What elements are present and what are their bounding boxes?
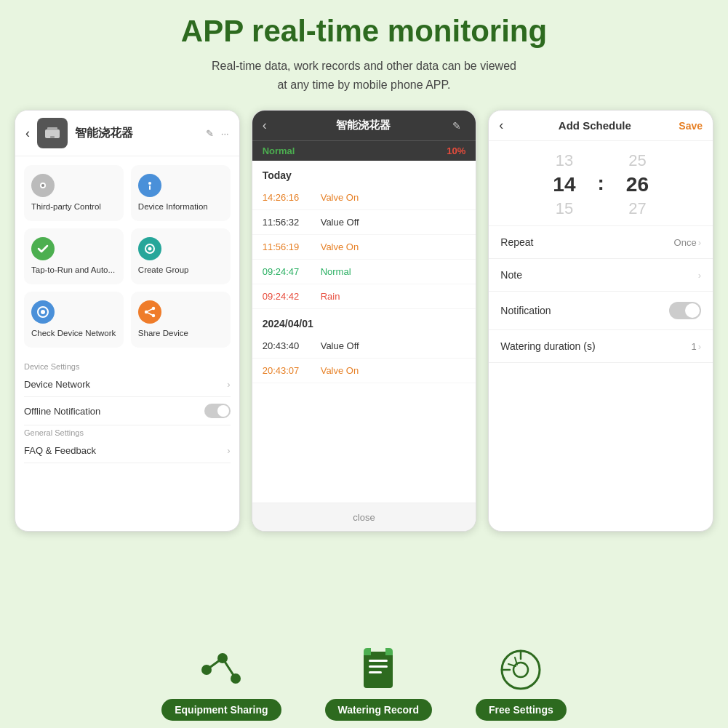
menu-item-third-party[interactable]: Third-party Control (24, 165, 124, 221)
record-label: Watering Record (325, 699, 433, 721)
hour-main: 14 (553, 173, 575, 196)
notification-toggle[interactable] (669, 302, 701, 319)
svg-rect-2 (50, 136, 55, 138)
feature-sharing: Equipment Sharing (161, 648, 281, 721)
settings-label: Free Settings (476, 699, 567, 721)
hour-below: 15 (556, 199, 573, 218)
offline-notification-row[interactable]: Offline Notification (24, 397, 231, 425)
status-percent: 10% (447, 145, 465, 156)
phone3-back-icon[interactable]: ‹ (499, 118, 503, 133)
notif-knob (685, 303, 700, 318)
notification-label: Notification (500, 305, 551, 316)
record-row: 20:43:07 Valve On (252, 359, 476, 383)
phone3-screen: ‹ Add Schedule Save 13 14 15 : 25 26 27 (488, 110, 713, 532)
phone1-screen: ‹ 智能浇花器 ✎ ··· (15, 110, 240, 532)
time-colon: : (598, 172, 604, 195)
create-group-icon (138, 237, 161, 260)
record-event-6: Value Off (321, 340, 359, 351)
repeat-row[interactable]: Repeat Once › (489, 226, 713, 259)
phone2-header: ‹ 智能浇花器 ✎ (252, 111, 476, 141)
device-network-row[interactable]: Device Network › (24, 372, 231, 397)
close-button[interactable]: close (353, 512, 375, 523)
record-event-4: Normal (321, 266, 351, 277)
record-time-1: 14:26:16 (263, 192, 321, 203)
record-event-1: Valve On (321, 192, 359, 203)
hour-above: 13 (556, 151, 573, 170)
more-icon[interactable]: ··· (221, 128, 229, 139)
note-row[interactable]: Note › (489, 259, 713, 292)
feature-settings: Free Settings (476, 648, 567, 721)
section-general-settings: General Settings (24, 428, 84, 437)
menu-item-tap-run[interactable]: Tap-to-Run and Auto... (24, 228, 124, 284)
hour-column: 13 14 15 (553, 151, 575, 218)
phone2-edit-icon[interactable]: ✎ (452, 120, 461, 132)
note-label: Note (500, 269, 522, 281)
svg-rect-24 (369, 671, 382, 673)
menu-item-device-info[interactable]: Device Information (131, 165, 231, 221)
screen1-body: Third-party Control Device Information (15, 156, 239, 531)
minute-column: 25 26 27 (626, 151, 649, 218)
save-button[interactable]: Save (679, 120, 703, 132)
svg-point-8 (148, 247, 151, 251)
faq-row[interactable]: FAQ & Feedback › (24, 439, 231, 463)
svg-line-14 (146, 308, 153, 312)
time-picker: 13 14 15 : 25 26 27 (489, 141, 713, 226)
device-info-icon (138, 174, 161, 197)
svg-rect-1 (47, 127, 57, 130)
date-section-label: 2024/04/01 (252, 309, 476, 334)
svg-rect-6 (149, 185, 151, 190)
record-time-5: 09:24:42 (263, 291, 321, 302)
menu-item-share-device[interactable]: Share Device (131, 292, 231, 348)
device-name: 智能浇花器 (75, 126, 199, 141)
record-event-2: Value Off (321, 217, 359, 228)
svg-rect-23 (369, 665, 388, 668)
device-icon (37, 118, 68, 148)
record-icon-wrap (356, 648, 400, 692)
check-network-label: Check Device Network (31, 328, 116, 339)
device-network-label: Device Network (24, 379, 90, 390)
svg-rect-22 (369, 660, 388, 662)
watering-duration-label: Watering duration (s) (500, 340, 595, 352)
third-party-label: Third-party Control (31, 201, 101, 212)
page-subtitle: Real-time data, work records and other d… (212, 57, 516, 94)
phone2-screen: ‹ 智能浇花器 ✎ Normal 10% Today 14:26:16 Valv… (252, 110, 477, 532)
create-group-label: Create Group (138, 265, 189, 276)
watering-duration-row[interactable]: Watering duration (s) 1 › (489, 330, 713, 363)
phone1-back-icon[interactable]: ‹ (25, 126, 30, 141)
phone2-body: Today 14:26:16 Valve On 11:56:32 Value O… (252, 161, 476, 503)
record-row: 11:56:19 Valve On (252, 235, 476, 260)
record-time-3: 11:56:19 (263, 241, 321, 252)
menu-item-check-network[interactable]: Check Device Network (24, 292, 124, 348)
svg-point-5 (148, 182, 151, 185)
watering-duration-value: 1 › (691, 341, 701, 352)
feature-record: Watering Record (325, 648, 433, 721)
check-network-icon (31, 300, 55, 324)
page-title: APP real-time monitoring (181, 15, 547, 48)
svg-line-15 (146, 312, 153, 316)
status-normal: Normal (263, 145, 295, 156)
faq-chevron: › (227, 445, 230, 456)
faq-label: FAQ & Feedback (24, 445, 96, 456)
menu-grid: Third-party Control Device Information (24, 165, 231, 348)
phone1-header: ‹ 智能浇花器 ✎ ··· (15, 111, 239, 156)
min-above: 25 (628, 151, 646, 170)
record-time-2: 11:56:32 (263, 217, 321, 228)
record-time-6: 20:43:40 (263, 340, 321, 351)
settings-icon-wrap (499, 648, 543, 692)
record-row: 14:26:16 Valve On (252, 185, 476, 210)
phone2-footer: close (252, 503, 476, 531)
svg-point-26 (513, 663, 528, 677)
record-row: 09:24:47 Normal (252, 260, 476, 284)
repeat-label: Repeat (500, 236, 533, 248)
notification-row[interactable]: Notification (489, 292, 713, 330)
offline-notification-toggle[interactable] (204, 404, 231, 418)
phone3-title: Add Schedule (511, 119, 679, 132)
phone2-back-icon[interactable]: ‹ (263, 118, 267, 133)
record-row: 11:56:32 Value Off (252, 210, 476, 235)
record-event-7: Valve On (321, 365, 359, 376)
edit-icon[interactable]: ✎ (206, 128, 214, 139)
device-network-chevron: › (227, 379, 230, 390)
device-info-label: Device Information (138, 201, 208, 212)
phone2-title: 智能浇花器 (274, 119, 453, 132)
menu-item-create-group[interactable]: Create Group (131, 228, 231, 284)
